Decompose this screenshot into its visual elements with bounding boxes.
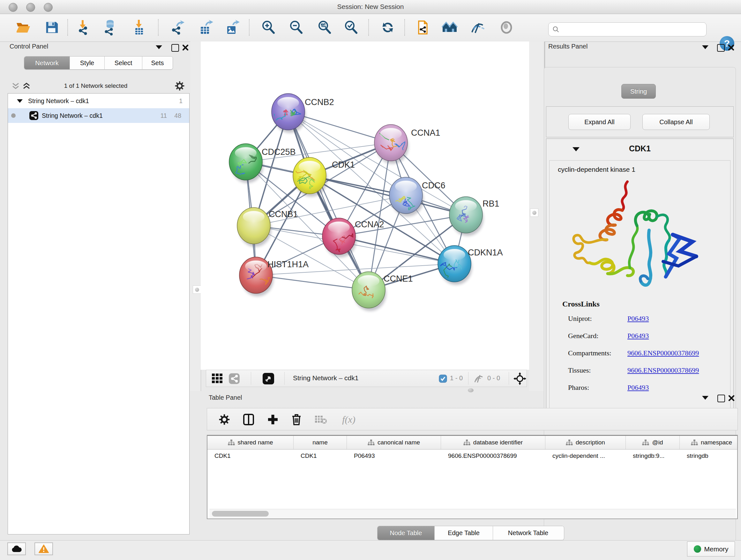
import-table-file-button[interactable] <box>131 19 147 36</box>
crosslink-link[interactable]: 9606.ENSP00000378699 <box>627 366 699 374</box>
column-header-database-identifier[interactable]: database identifier <box>441 436 545 449</box>
hide-selected-button[interactable] <box>441 19 458 36</box>
network-node-CDKN1A[interactable]: CDKN1A <box>438 246 503 285</box>
grid-view-icon[interactable] <box>212 374 223 384</box>
zoom-in-button[interactable] <box>260 19 277 36</box>
network-node-CDC25B[interactable]: CDC25B <box>229 144 296 183</box>
zoom-selected-button[interactable] <box>343 19 359 36</box>
panel-menu-icon[interactable] <box>702 45 709 49</box>
network-row-selected[interactable]: String Network – cdk1 11 48 <box>8 108 189 123</box>
crosslink-link[interactable]: P06493 <box>627 383 649 392</box>
first-neighbors-button[interactable] <box>415 19 431 36</box>
left-splitter[interactable] <box>190 42 201 391</box>
network-node-CCNB2[interactable]: CCNB2 <box>272 94 334 133</box>
network-node-HIST1H1A[interactable]: HIST1H1A <box>239 257 309 296</box>
column-header--id[interactable]: @id <box>626 436 680 449</box>
table-cell[interactable]: stringdb:9... <box>626 449 680 462</box>
close-panel-icon[interactable] <box>728 44 735 51</box>
column-header-namespace[interactable]: namespace <box>680 436 738 449</box>
panel-menu-icon[interactable] <box>702 396 709 400</box>
right-splitter-handle[interactable] <box>530 208 538 217</box>
create-column-button[interactable] <box>265 412 280 427</box>
tab-network[interactable]: Network <box>24 57 70 69</box>
delete-column-button[interactable] <box>289 412 304 427</box>
fit-content-crosshair-icon[interactable] <box>514 372 526 385</box>
table-hscrollbar[interactable] <box>209 509 736 518</box>
tab-style[interactable]: Style <box>70 57 105 69</box>
show-column-button[interactable] <box>241 412 256 427</box>
warnings-button[interactable] <box>35 543 53 555</box>
network-collection-row[interactable]: String Network – cdk1 1 <box>8 94 189 108</box>
open-session-button[interactable] <box>15 19 31 36</box>
table-options-button[interactable] <box>217 412 232 427</box>
table-cell[interactable]: cyclin-dependent ... <box>545 449 626 462</box>
import-network-from-database-button[interactable] <box>102 19 118 36</box>
tab-node-table[interactable]: Node Table <box>378 526 434 540</box>
search-box[interactable] <box>548 22 706 37</box>
column-label: description <box>576 439 605 446</box>
table-cell[interactable]: CDK1 <box>207 449 293 462</box>
control-panel-tabs: Network Style Select Sets <box>24 56 173 70</box>
column-header-description[interactable]: description <box>545 436 626 449</box>
column-header-name[interactable]: name <box>293 436 347 449</box>
zoom-fit-button[interactable] <box>316 19 333 36</box>
selected-checkbox-icon[interactable] <box>439 374 447 383</box>
memory-button[interactable]: Memory <box>687 542 735 557</box>
network-canvas[interactable]: CCNB2CCNA1CDC25BCDK1CDC6RB1CCNB1CCNA2CDK… <box>201 42 529 370</box>
expand-all-icon[interactable] <box>22 82 30 90</box>
zoom-out-button[interactable] <box>288 19 305 36</box>
toolbar-separator <box>284 372 285 385</box>
panel-menu-icon[interactable] <box>156 45 162 49</box>
table-cell[interactable]: P06493 <box>347 449 441 462</box>
toolbar-separator <box>251 372 251 385</box>
hscrollbar-thumb[interactable] <box>212 511 269 516</box>
crosslinks-list: Uniprot:P06493GeneCard:P06493Compartment… <box>549 314 730 401</box>
show-eye-button[interactable] <box>498 19 515 36</box>
tab-string[interactable]: String <box>621 84 656 99</box>
network-node-RB1[interactable]: RB1 <box>449 197 499 236</box>
save-session-button[interactable] <box>44 19 60 36</box>
network-node-CCNE1[interactable]: CCNE1 <box>352 272 413 311</box>
toolbar-separator <box>158 19 158 36</box>
export-image-button[interactable] <box>224 19 241 36</box>
left-splitter-handle[interactable] <box>193 286 201 294</box>
crosslink-link[interactable]: P06493 <box>627 314 649 323</box>
detach-view-icon[interactable] <box>262 373 274 385</box>
export-table-button[interactable] <box>198 19 214 36</box>
column-type-icon <box>228 439 235 446</box>
network-node-CCNA1[interactable]: CCNA1 <box>367 125 441 164</box>
collection-expand-icon[interactable] <box>17 99 23 103</box>
network-options-gear-icon[interactable] <box>175 81 185 91</box>
collapse-all-icon[interactable] <box>11 82 20 90</box>
crosslink-link[interactable]: 9606.ENSP00000378699 <box>627 349 699 357</box>
search-input[interactable] <box>562 25 706 33</box>
tab-edge-table[interactable]: Edge Table <box>434 526 493 540</box>
crosslink-link[interactable]: P06493 <box>627 332 649 340</box>
collapse-all-button[interactable]: Collapse All <box>643 114 710 130</box>
export-network-button[interactable] <box>169 19 186 36</box>
network-node-CDC6[interactable]: CDC6 <box>389 177 446 216</box>
card-collapse-icon[interactable] <box>572 147 580 151</box>
column-header-shared-name[interactable]: shared name <box>207 436 293 449</box>
import-network-file-button[interactable] <box>75 19 92 36</box>
table-cell[interactable]: CDK1 <box>293 449 347 462</box>
table-data-row[interactable]: CDK1CDK1P064939606.ENSP00000378699cyclin… <box>207 449 737 462</box>
column-type-icon <box>691 439 698 446</box>
float-panel-icon[interactable] <box>718 395 725 402</box>
expand-all-button[interactable]: Expand All <box>568 114 630 130</box>
close-panel-icon[interactable] <box>728 395 735 401</box>
float-panel-icon[interactable] <box>172 44 179 52</box>
table-cell[interactable]: stringdb <box>680 449 738 462</box>
tab-network-table[interactable]: Network Table <box>493 526 563 540</box>
float-panel-icon[interactable] <box>717 44 725 52</box>
column-header-canonical-name[interactable]: canonical name <box>347 436 441 449</box>
tab-sets[interactable]: Sets <box>142 57 173 69</box>
cloud-status-button[interactable] <box>7 543 26 555</box>
apply-layout-button[interactable] <box>380 19 396 36</box>
tab-select[interactable]: Select <box>105 57 142 69</box>
close-panel-icon[interactable] <box>182 44 189 51</box>
right-splitter[interactable] <box>529 42 545 391</box>
network-view-icon[interactable] <box>228 373 240 384</box>
hide-unhide-button[interactable] <box>469 19 486 36</box>
table-cell[interactable]: 9606.ENSP00000378699 <box>441 449 545 462</box>
